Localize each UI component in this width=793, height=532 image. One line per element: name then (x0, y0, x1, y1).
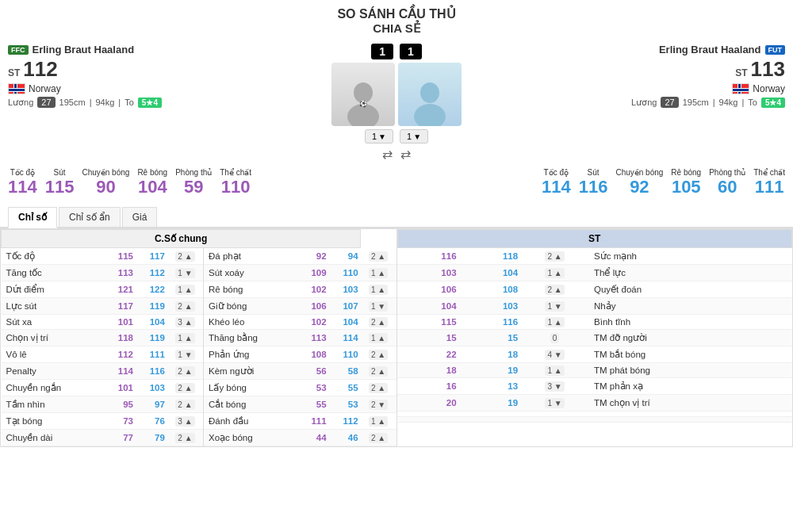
center-compare: 1 1 ⚽ 1▼ (317, 44, 476, 162)
left-row-v2: 119 (136, 330, 167, 346)
left-row-v2: 119 (136, 298, 167, 315)
table-row: Vô lê 112 111 1 ▼Phản ứng 108 110 2 ▲ (2, 346, 396, 363)
tab-chi-so-an[interactable]: Chỉ số ẩn (59, 207, 121, 227)
right-stat-the-chat: Thể chất 111 (753, 168, 785, 197)
tab-gia[interactable]: Giá (122, 207, 158, 227)
right-row-v2: 104 (459, 265, 521, 281)
right-row-v1: 106 (397, 281, 459, 298)
left-luong-badge: 27 (37, 97, 55, 108)
left-row-v1: 73 (104, 413, 136, 430)
right-row-v1: 16 (397, 378, 459, 395)
right-stat-re: Rê bóng 105 (671, 168, 701, 197)
right-luong-badge: 27 (661, 97, 678, 108)
right-stat-phong: Phòng thủ 60 (709, 168, 745, 197)
table-row: 106 108 2 ▲ Quyết đoán (397, 281, 792, 298)
right-row-diff: 2 ▲ (520, 281, 589, 298)
page-header: SO SÁNH CẦU THỦ CHIA SẺ (0, 0, 793, 39)
right-row-label: TM chọn vị trí (589, 395, 791, 411)
mid-row-v1: 113 (297, 330, 329, 346)
left-row-diff: 1 ▲ (167, 330, 204, 346)
right-row-diff: 1 ▲ (520, 265, 589, 281)
left-row-v2: 79 (136, 430, 167, 446)
left-stat-toc-do: Tốc độ 114 (8, 168, 37, 197)
right-section-header: ST (397, 230, 792, 248)
mid-row-v2: 110 (329, 265, 361, 281)
comparison-section: C.Số chung Tốc độ 115 117 2 ▲Đá phạt 92 … (0, 228, 793, 447)
mid-row-v2: 46 (329, 430, 361, 446)
player-compare-bar: FFC Erling Braut Haaland ST 112 Norway L… (0, 39, 793, 166)
left-row-label: Vô lê (2, 346, 105, 363)
right-row-v2: 103 (459, 298, 521, 315)
right-row-v2: 19 (459, 363, 521, 378)
mid-row-label: Cắt bóng (204, 396, 297, 413)
right-row-v1: 18 (397, 363, 459, 378)
left-row-diff: 1 ▼ (167, 265, 204, 281)
left-row-v1: 112 (104, 346, 136, 363)
left-row-label: Penalty (2, 363, 105, 380)
left-row-v2: 122 (136, 281, 167, 298)
left-player-name: Erling Braut Haaland (33, 44, 135, 55)
mid-row-v1: 102 (297, 281, 329, 298)
right-player-name: Erling Braut Haaland (659, 44, 761, 55)
mid-row-v2: 110 (329, 346, 361, 363)
tabs-bar: Chỉ số Chỉ số ẩn Giá (0, 207, 793, 228)
mid-row-label: Phản ứng (204, 346, 297, 363)
left-row-v1: 77 (104, 430, 136, 446)
left-row-label: Tầm nhìn (2, 396, 105, 413)
player-img-left: ⚽ (331, 63, 395, 126)
left-row-v2: 103 (136, 380, 167, 396)
table-row: Chọn vị trí 118 119 1 ▲Thăng bằng 113 11… (2, 330, 396, 346)
mid-row-v2: 58 (329, 363, 361, 380)
swap-icon-left[interactable]: ⇄ (382, 147, 393, 162)
mid-row-v1: 92 (297, 248, 329, 265)
left-row-diff: 2 ▲ (167, 396, 204, 413)
left-row-v2: 76 (136, 413, 167, 430)
left-height: 195cm (59, 98, 86, 107)
mid-row-v2: 104 (329, 315, 361, 330)
left-skill-badge: 5★4 (138, 98, 162, 108)
table-row: 116 118 2 ▲ Sức mạnh (397, 248, 792, 265)
right-luong-label: Lương (631, 98, 657, 108)
selector-right[interactable]: 1▼ (400, 129, 428, 144)
left-section-header: C.Số chung (2, 230, 361, 248)
table-row: 22 18 4 ▼ TM bắt bóng (397, 346, 792, 363)
swap-icon-right[interactable]: ⇄ (400, 147, 411, 162)
left-nationality: Norway (8, 83, 311, 94)
table-row: Tầm nhìn 95 97 2 ▲Cắt bóng 55 53 2 ▼ (2, 396, 396, 413)
right-row-v1: 115 (397, 315, 459, 330)
right-row-v1: 22 (397, 346, 459, 363)
mid-row-diff: 1 ▲ (361, 413, 396, 430)
right-row-label: TM bắt bóng (589, 346, 791, 363)
left-row-label: Tốc độ (2, 248, 105, 265)
right-row-diff: 1 ▼ (520, 298, 589, 315)
mid-row-label: Kèm người (204, 363, 297, 380)
table-row: Tạt bóng 73 76 3 ▲Đánh đầu 111 112 1 ▲ (2, 413, 396, 430)
svg-point-3 (420, 82, 439, 103)
selector-left[interactable]: 1▼ (365, 129, 393, 144)
table-row: 20 19 1 ▼ TM chọn vị trí (397, 395, 792, 411)
page-title: SO SÁNH CẦU THỦ (0, 6, 793, 21)
left-row-v1: 101 (104, 380, 136, 396)
mid-row-label: Đá phạt (204, 248, 297, 265)
table-row (397, 411, 792, 417)
table-row: 115 116 1 ▲ Bình tĩnh (397, 315, 792, 330)
left-row-v1: 118 (104, 330, 136, 346)
left-row-diff: 3 ▲ (167, 413, 204, 430)
left-row-diff: 3 ▲ (167, 315, 204, 330)
table-row: Tăng tốc 113 112 1 ▼Sút xoáy 109 110 1 ▲ (2, 265, 396, 281)
mid-row-diff: 2 ▼ (361, 396, 396, 413)
player-left-info: FFC Erling Braut Haaland ST 112 Norway L… (8, 44, 311, 108)
right-row-label: Quyết đoán (589, 281, 791, 298)
table-row: 16 13 3 ▼ TM phản xạ (397, 378, 792, 395)
score-badge-left: 1 (371, 44, 393, 59)
right-row-diff: 4 ▼ (520, 346, 589, 363)
tab-chi-so[interactable]: Chỉ số (8, 207, 57, 228)
table-row: Chuyền ngắn 101 103 2 ▲Lấy bóng 53 55 2 … (2, 380, 396, 396)
mid-row-v1: 56 (297, 363, 329, 380)
mid-row-diff: 2 ▲ (361, 346, 396, 363)
left-row-v2: 104 (136, 315, 167, 330)
right-flag (732, 83, 749, 94)
left-row-v1: 101 (104, 315, 136, 330)
mid-row-diff: 1 ▼ (361, 298, 396, 315)
table-row: Dứt điểm 121 122 1 ▲Rê bóng 102 103 1 ▲ (2, 281, 396, 298)
